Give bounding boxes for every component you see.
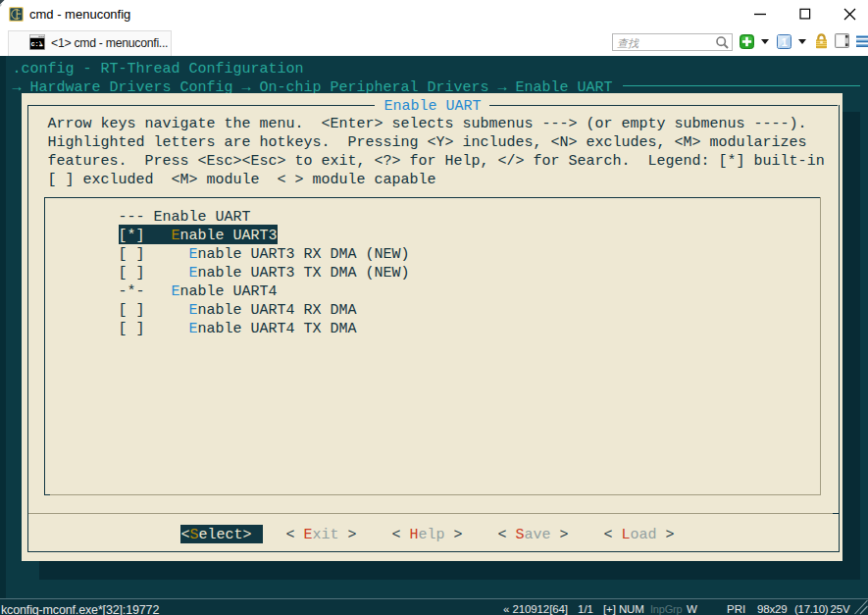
svg-text:1: 1 — [781, 36, 787, 48]
svg-text:c:\: c:\ — [30, 40, 43, 48]
